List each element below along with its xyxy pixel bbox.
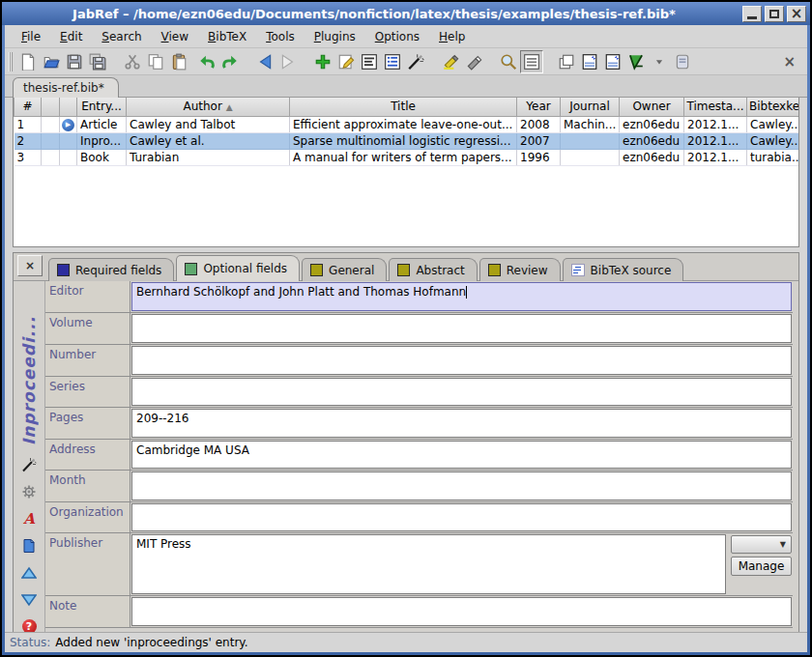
field-row-series: Series bbox=[45, 377, 793, 408]
push-to-lyx-icon[interactable] bbox=[624, 50, 648, 73]
minimize-button[interactable] bbox=[742, 6, 762, 22]
push-dropdown-icon[interactable] bbox=[648, 50, 671, 73]
toggle-groups-icon[interactable] bbox=[358, 50, 381, 73]
redo-icon[interactable] bbox=[218, 50, 242, 73]
url-icon[interactable]: ▶ bbox=[62, 119, 74, 131]
tab-general[interactable]: General bbox=[302, 258, 387, 281]
next-entry-icon[interactable] bbox=[20, 592, 38, 608]
general-fields-icon bbox=[310, 264, 323, 276]
title-bar[interactable]: JabRef – /home/ezn06edu/Documents/nonfic… bbox=[2, 2, 810, 25]
col-header-timestamp[interactable]: Timesta... bbox=[684, 98, 747, 116]
publisher-field-input[interactable]: MIT Press bbox=[131, 534, 726, 594]
menu-options[interactable]: Options bbox=[366, 27, 428, 46]
table-row-selected[interactable]: 2 Inpro... Cawley et al. Sparse multinom… bbox=[14, 132, 800, 149]
status-label: Status: bbox=[10, 636, 50, 649]
tab-review[interactable]: Review bbox=[479, 258, 561, 281]
window-title: JabRef – /home/ezn06edu/Documents/nonfic… bbox=[6, 7, 742, 21]
number-field-input[interactable] bbox=[131, 346, 792, 375]
open-database-icon[interactable] bbox=[40, 50, 63, 73]
mark-entries-icon[interactable] bbox=[439, 50, 462, 73]
toolbar-close-icon[interactable]: × bbox=[775, 53, 803, 71]
copy-icon[interactable] bbox=[144, 50, 167, 73]
new-database-icon[interactable] bbox=[16, 50, 40, 73]
maximize-button[interactable] bbox=[765, 6, 784, 22]
paste-icon[interactable] bbox=[167, 50, 190, 73]
open-file-icon[interactable] bbox=[671, 50, 694, 73]
gear-icon[interactable] bbox=[20, 484, 38, 500]
field-label: Note bbox=[45, 596, 130, 627]
col-header-bibtexkey[interactable]: Bibtexkey bbox=[747, 98, 800, 116]
generate-key-wand-icon[interactable] bbox=[20, 457, 38, 472]
search-icon[interactable] bbox=[497, 50, 520, 73]
pages-field-input[interactable]: 209--216 bbox=[131, 409, 792, 438]
organization-field-input[interactable] bbox=[131, 503, 792, 531]
push-to-application-2-icon[interactable] bbox=[601, 50, 624, 73]
field-label: Volume bbox=[45, 313, 130, 344]
menu-plugins[interactable]: Plugins bbox=[305, 27, 364, 46]
menu-search[interactable]: Search bbox=[93, 27, 150, 46]
menu-tools[interactable]: Tools bbox=[257, 27, 304, 46]
forward-icon[interactable] bbox=[276, 50, 300, 73]
col-header-title[interactable]: Title bbox=[290, 98, 517, 116]
pdf-acrobat-icon[interactable]: A bbox=[20, 511, 38, 527]
tab-optional-fields[interactable]: Optional fields bbox=[176, 255, 300, 281]
entry-editor-tab-bar: × Required fields Optional fields Genera… bbox=[14, 253, 798, 280]
maximize-icon bbox=[769, 10, 779, 18]
col-header-ranking[interactable] bbox=[42, 98, 60, 116]
field-row-volume: Volume bbox=[45, 313, 793, 345]
edit-entry-icon[interactable] bbox=[334, 50, 358, 73]
menu-bibtex[interactable]: BibTeX bbox=[199, 27, 255, 46]
abstract-fields-icon bbox=[397, 264, 410, 276]
field-row-note: Note bbox=[45, 596, 793, 628]
entry-table-panel: # Entry... Author ▲ Title Year Journal O… bbox=[13, 98, 799, 247]
unmark-entries-icon[interactable] bbox=[462, 50, 485, 73]
col-header-journal[interactable]: Journal bbox=[561, 98, 620, 116]
toggle-entry-preview-icon[interactable] bbox=[381, 50, 404, 73]
table-row[interactable]: 1 ▶ Article Cawley and Talbot Efficient … bbox=[14, 116, 800, 132]
entry-editor: × Required fields Optional fields Genera… bbox=[13, 252, 799, 632]
tab-bibtex-source[interactable]: BibTeX source bbox=[563, 258, 684, 281]
copy-bibtex-key-icon[interactable] bbox=[555, 50, 578, 73]
close-button[interactable]: × bbox=[787, 6, 806, 22]
back-icon[interactable] bbox=[253, 50, 276, 73]
tab-required-fields[interactable]: Required fields bbox=[48, 258, 174, 281]
save-database-icon[interactable] bbox=[63, 50, 86, 73]
col-header-number[interactable]: # bbox=[14, 98, 42, 116]
undo-icon[interactable] bbox=[195, 50, 218, 73]
push-to-application-icon[interactable] bbox=[578, 50, 601, 73]
menu-bar: File Edit Search View BibTeX Tools Plugi… bbox=[5, 25, 807, 48]
save-all-icon[interactable] bbox=[86, 50, 109, 73]
sort-ascending-icon: ▲ bbox=[226, 102, 233, 112]
toggle-preview-icon[interactable] bbox=[520, 50, 543, 73]
field-row-pages: Pages 209--216 bbox=[45, 408, 793, 440]
col-header-url[interactable] bbox=[60, 98, 77, 116]
menu-edit[interactable]: Edit bbox=[51, 27, 91, 46]
month-field-input[interactable] bbox=[131, 471, 792, 500]
col-header-author[interactable]: Author ▲ bbox=[127, 98, 290, 116]
note-field-input[interactable] bbox=[131, 597, 792, 626]
toolbar-drag-handle[interactable] bbox=[9, 52, 13, 71]
field-row-publisher: Publisher MIT Press ▼ Manage bbox=[45, 533, 793, 596]
address-field-input[interactable]: Cambridge MA USA bbox=[131, 441, 792, 469]
entry-editor-close-button[interactable]: × bbox=[17, 255, 43, 276]
menu-view[interactable]: View bbox=[153, 27, 197, 46]
menu-file[interactable]: File bbox=[13, 27, 49, 46]
tab-abstract[interactable]: Abstract bbox=[389, 258, 477, 281]
publisher-dropdown-button[interactable]: ▼ bbox=[731, 535, 792, 554]
col-header-year[interactable]: Year bbox=[517, 98, 561, 116]
volume-field-input[interactable] bbox=[131, 314, 792, 343]
document-tab[interactable]: thesis-ref.bib* bbox=[13, 77, 119, 98]
write-xmp-page-icon[interactable] bbox=[20, 538, 38, 554]
table-row[interactable]: 3 Book Turabian A manual for writers of … bbox=[14, 149, 800, 165]
autogenerate-keys-wand-icon[interactable] bbox=[404, 50, 427, 73]
previous-entry-icon[interactable] bbox=[20, 565, 38, 581]
editor-field-input[interactable]: Bernhard Schölkopf and John Platt and Th… bbox=[131, 282, 792, 311]
document-tab-bar: thesis-ref.bib* bbox=[5, 75, 807, 98]
manage-button[interactable]: Manage bbox=[731, 557, 792, 576]
menu-help[interactable]: Help bbox=[430, 27, 474, 46]
cut-icon[interactable] bbox=[121, 50, 144, 73]
col-header-owner[interactable]: Owner bbox=[620, 98, 684, 116]
col-header-entrytype[interactable]: Entry... bbox=[77, 98, 127, 116]
series-field-input[interactable] bbox=[131, 378, 792, 406]
new-entry-icon[interactable] bbox=[311, 50, 334, 73]
